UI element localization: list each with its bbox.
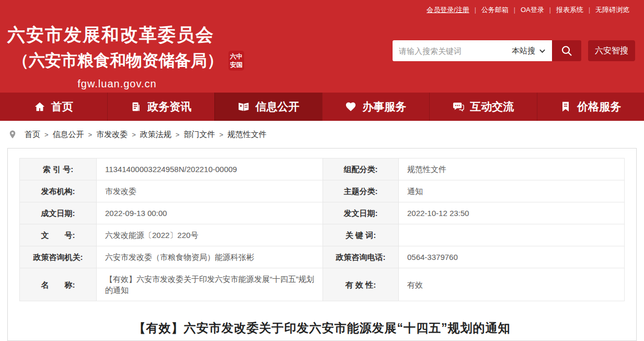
meta-label: 主题分类: xyxy=(323,180,399,202)
meta-value: 六发改能源〔2022〕220号 xyxy=(97,224,323,246)
site-title: 六安市发展和改革委员会 xyxy=(7,23,237,47)
meta-label: 成文日期: xyxy=(20,202,97,224)
meta-value: 0564-3379760 xyxy=(399,246,625,268)
breadcrumb-item-policy[interactable]: 政策法规 xyxy=(136,130,176,140)
topbar-link-accessibility[interactable]: 无障碍浏览 xyxy=(590,5,635,15)
search-scope-label: 本站搜 xyxy=(512,46,535,56)
breadcrumb-separator: > xyxy=(219,131,223,139)
meta-label: 发布机构: xyxy=(20,180,97,202)
heart-icon xyxy=(345,101,356,112)
meta-value: 2022-10-12 23:50 xyxy=(399,202,625,224)
search-input[interactable] xyxy=(393,40,512,61)
meta-label: 政策咨询机关: xyxy=(20,246,97,268)
seal-char: 六 xyxy=(230,53,236,60)
search-icon xyxy=(560,44,573,57)
meta-value: 有效 xyxy=(399,268,625,301)
chat-icon xyxy=(452,101,464,113)
seal-char: 安 xyxy=(230,62,236,68)
breadcrumb-item-fgw[interactable]: 市发改委 xyxy=(92,130,132,140)
topbar-link-member-login[interactable]: 会员登录/注册 xyxy=(421,5,475,15)
breadcrumb-item-normative-files[interactable]: 规范性文件 xyxy=(223,130,271,140)
open-book-icon xyxy=(237,100,250,113)
meta-label: 名 称: xyxy=(20,268,97,301)
meta-label: 发文日期: xyxy=(323,202,399,224)
meta-row-issuing-agency: 发布机构: 市发改委 主题分类: 通知 xyxy=(20,180,625,202)
location-pin-icon xyxy=(8,129,17,140)
seal-char: 中 xyxy=(236,53,243,60)
breadcrumb: 首页 > 信息公开 > 市发改委 > 政策法规 > 部门文件 > 规范性文件 xyxy=(0,121,644,148)
home-icon xyxy=(34,101,45,112)
meta-row-consult: 政策咨询机关: 六安市发改委（市粮食物资局）能源科张彬 政策咨询电话: 0564… xyxy=(20,246,625,268)
meta-value: 通知 xyxy=(399,180,625,202)
nav-label: 办事服务 xyxy=(362,99,406,114)
meta-value: 2022-09-13 00:00 xyxy=(97,202,323,224)
topbar-link-oa-login[interactable]: OA登录 xyxy=(515,5,549,15)
chevron-down-icon xyxy=(539,48,546,54)
meta-value xyxy=(399,224,625,246)
breadcrumb-separator: > xyxy=(176,131,180,139)
nav-label: 价格服务 xyxy=(577,99,621,114)
nav-label: 政务资讯 xyxy=(147,99,191,114)
breadcrumb-separator: > xyxy=(132,131,136,139)
search-box: 本站搜 xyxy=(393,40,552,61)
topbar-link-gov-mail[interactable]: 公务邮箱 xyxy=(476,5,514,15)
breadcrumb-separator: > xyxy=(44,131,49,139)
meta-label: 有 效 性: xyxy=(323,268,399,301)
smart-search-button[interactable]: 六安智搜 xyxy=(588,40,635,61)
nav-item-price-service[interactable]: 价格服务 xyxy=(537,93,644,121)
meta-value: 11341400003224958N/202210-00009 xyxy=(97,158,323,180)
site-header: 会员登录/注册 | 公务邮箱 | OA登录 | 报表系统 | 无障碍浏览 六安市… xyxy=(0,0,644,93)
nav-item-gov-news[interactable]: 政务资讯 xyxy=(107,93,215,121)
nav-item-home[interactable]: 首页 xyxy=(0,93,107,121)
meta-label: 索 引 号: xyxy=(20,158,97,180)
breadcrumb-item-info-disclosure[interactable]: 信息公开 xyxy=(49,130,88,140)
meta-label: 文 号: xyxy=(20,224,97,246)
meta-value: 市发改委 xyxy=(97,180,323,202)
nav-label: 互动交流 xyxy=(470,99,514,114)
bookmark-icon xyxy=(560,101,571,112)
document-meta-table: 索 引 号: 11341400003224958N/202210-00009 组… xyxy=(19,158,625,301)
main-nav: 首页 政务资讯 信息公开 办事服务 xyxy=(0,93,644,121)
breadcrumb-separator: > xyxy=(88,131,93,139)
breadcrumb-item-dept-files[interactable]: 部门文件 xyxy=(179,130,219,140)
meta-label: 政策咨询电话: xyxy=(323,246,399,268)
search-scope-dropdown[interactable]: 本站搜 xyxy=(512,46,552,56)
meta-row-doc-number: 文 号: 六发改能源〔2022〕220号 关 键 词: xyxy=(20,224,625,246)
document-title: 【有效】六安市发改委关于印发六安市能源发展“十四五”规划的通知 xyxy=(8,320,636,336)
breadcrumb-item-home[interactable]: 首页 xyxy=(20,130,44,140)
site-brand: 六安市发展和改革委员会 （六安市粮食和物资储备局） 六 中 安 国 fgw.lu… xyxy=(7,23,237,90)
nav-label: 首页 xyxy=(51,99,73,114)
nav-item-interaction[interactable]: 互动交流 xyxy=(429,93,537,121)
search-area: 本站搜 六安智搜 xyxy=(393,40,635,61)
topbar: 会员登录/注册 | 公务邮箱 | OA登录 | 报表系统 | 无障碍浏览 xyxy=(0,0,644,15)
nav-label: 信息公开 xyxy=(256,99,300,114)
nav-item-services[interactable]: 办事服务 xyxy=(322,93,430,121)
meta-value: 规范性文件 xyxy=(399,158,625,180)
meta-label: 组配分类: xyxy=(323,158,399,180)
meta-row-dates: 成文日期: 2022-09-13 00:00 发文日期: 2022-10-12 … xyxy=(20,202,625,224)
meta-row-index-number: 索 引 号: 11341400003224958N/202210-00009 组… xyxy=(20,158,625,180)
site-domain: fgw.luan.gov.cn xyxy=(7,78,227,90)
search-button[interactable] xyxy=(552,40,581,61)
seal-stamp-icon: 六 中 安 国 xyxy=(228,51,244,71)
meta-label: 关 键 词: xyxy=(323,224,399,246)
content-panel: 索 引 号: 11341400003224958N/202210-00009 组… xyxy=(7,148,637,341)
seal-char: 国 xyxy=(236,62,243,68)
site-subtitle: （六安市粮食和物资储备局） xyxy=(7,50,223,72)
meta-value: 【有效】六安市发改委关于印发六安市能源发展“十四五”规划的通知 xyxy=(97,268,323,301)
nav-item-info-disclosure[interactable]: 信息公开 xyxy=(214,93,322,121)
topbar-link-report-system[interactable]: 报表系统 xyxy=(551,5,589,15)
news-icon xyxy=(130,101,142,112)
meta-value: 六安市发改委（市粮食物资局）能源科张彬 xyxy=(97,246,323,268)
meta-row-name-validity: 名 称: 【有效】六安市发改委关于印发六安市能源发展“十四五”规划的通知 有 效… xyxy=(20,268,625,301)
